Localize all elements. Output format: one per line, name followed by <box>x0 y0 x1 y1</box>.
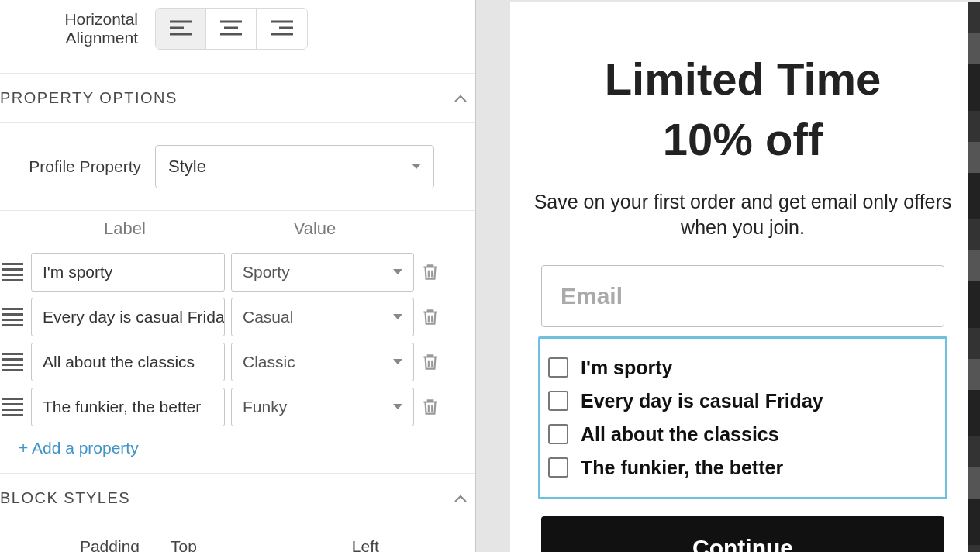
signup-popup: Limited Time 10% off Save on your first … <box>510 2 975 552</box>
trash-icon[interactable] <box>420 352 440 372</box>
padding-label: Padding <box>0 537 140 552</box>
checkbox-option[interactable]: All about the classics <box>548 418 937 451</box>
col-value: Value <box>222 219 408 239</box>
drag-handle-icon[interactable] <box>0 263 25 281</box>
checkbox-icon[interactable] <box>548 424 568 444</box>
checkbox-label: All about the classics <box>581 423 779 446</box>
property-value-select[interactable]: Funky <box>231 388 414 426</box>
popup-subtext: Save on your first order and get email o… <box>533 189 952 240</box>
svg-marker-13 <box>393 404 402 409</box>
align-right-button[interactable] <box>257 9 307 49</box>
property-label-input[interactable]: I'm sporty <box>31 253 225 292</box>
profile-property-select[interactable]: Style <box>155 145 434 188</box>
trash-icon[interactable] <box>420 262 440 282</box>
padding-top-label: Top <box>171 537 197 552</box>
property-row: The funkier, the betterFunky <box>0 385 475 430</box>
checkbox-icon[interactable] <box>548 391 568 411</box>
profile-property-label: Profile Property <box>0 157 155 176</box>
checkbox-option[interactable]: I'm sporty <box>548 351 937 385</box>
svg-marker-12 <box>393 359 402 364</box>
checkbox-option[interactable]: Every day is casual Friday <box>548 385 937 418</box>
svg-marker-9 <box>412 164 421 169</box>
section-title: BLOCK STYLES <box>0 489 130 507</box>
section-title: PROPERTY OPTIONS <box>0 89 178 107</box>
section-block-styles[interactable]: BLOCK STYLES <box>0 473 475 523</box>
popup-headline: Limited Time 10% off <box>533 49 952 171</box>
svg-marker-11 <box>393 314 402 319</box>
align-left-button[interactable] <box>156 9 206 49</box>
checkbox-label: The funkier, the better <box>581 457 783 479</box>
padding-left-label: Left <box>352 537 379 552</box>
continue-button[interactable]: Continue <box>541 516 944 552</box>
dropdown-caret-icon <box>412 164 421 170</box>
property-row: Every day is casual FridayCasual <box>0 295 475 340</box>
checkbox-icon[interactable] <box>548 457 568 478</box>
checkbox-group: I'm sportyEvery day is casual FridayAll … <box>538 336 947 499</box>
drag-handle-icon[interactable] <box>0 308 25 326</box>
property-row: All about the classicsClassic <box>0 340 475 385</box>
trash-icon[interactable] <box>420 397 440 417</box>
property-label-input[interactable]: Every day is casual Friday <box>31 298 225 336</box>
trash-icon[interactable] <box>420 307 440 327</box>
property-row: I'm sportySporty <box>0 250 475 295</box>
col-label: Label <box>28 219 222 239</box>
add-property-link[interactable]: + Add a property <box>0 430 475 473</box>
property-table-header: Label Value <box>0 210 475 250</box>
h-align-label: Horizontal Alignment <box>0 10 155 47</box>
svg-marker-10 <box>393 269 402 274</box>
editor-sidebar: Horizontal Alignment PROPERTY OPTIONS Pr… <box>0 0 476 552</box>
property-value-select[interactable]: Classic <box>231 343 414 381</box>
checkbox-icon[interactable] <box>548 357 568 378</box>
checkbox-label: Every day is casual Friday <box>581 390 823 412</box>
checkbox-label: I'm sporty <box>581 357 672 379</box>
chevron-up-icon <box>454 494 468 503</box>
align-center-button[interactable] <box>206 9 257 49</box>
property-value-select[interactable]: Sporty <box>231 253 414 292</box>
property-label-input[interactable]: The funkier, the better <box>31 388 225 426</box>
section-property-options[interactable]: PROPERTY OPTIONS <box>0 73 475 123</box>
checkbox-option[interactable]: The funkier, the better <box>548 451 937 485</box>
align-button-group <box>155 8 308 50</box>
preview-panel: Limited Time 10% off Save on your first … <box>476 0 980 552</box>
padding-row: Padding Top Left <box>0 523 475 552</box>
email-input[interactable]: Email <box>541 265 944 327</box>
chevron-up-icon <box>454 94 468 103</box>
image-strip <box>968 2 980 552</box>
drag-handle-icon[interactable] <box>0 398 25 416</box>
drag-handle-icon[interactable] <box>0 353 25 371</box>
property-value-select[interactable]: Casual <box>231 298 414 336</box>
property-label-input[interactable]: All about the classics <box>31 343 225 381</box>
